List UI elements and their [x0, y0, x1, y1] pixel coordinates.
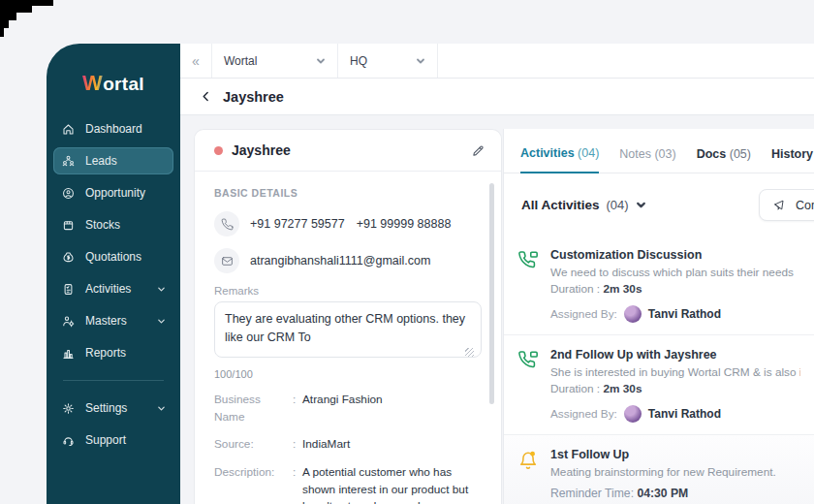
assigned-label: Assigned By:	[550, 307, 617, 321]
sidebar-item-masters[interactable]: Masters	[53, 307, 173, 334]
activity-description: We need to discuss which plan suits thei…	[550, 266, 800, 279]
contact-card-header: Jayshree	[195, 130, 501, 172]
sidebar-item-quotations[interactable]: Quotations	[53, 243, 173, 270]
meta-label: Reminder Time:	[550, 487, 634, 500]
activity-title: 1st Follow Up	[550, 448, 800, 461]
activity-description: She is interested in buying Wortal CRM &…	[550, 365, 800, 379]
activities-icon	[61, 282, 76, 297]
remarks-label: Remarks	[214, 285, 480, 297]
phone-secondary: +91 99999 88888	[357, 217, 452, 231]
edit-contact-button[interactable]	[471, 143, 485, 158]
logo-text: ortal	[103, 74, 144, 95]
field-label: Source:	[214, 436, 293, 454]
activity-meta: Reminder Time: 04:30 PM	[550, 487, 800, 500]
activity-title: 2nd Follow Up with Jayshree	[550, 348, 800, 362]
tab-label: Activities	[520, 146, 575, 160]
home-icon	[61, 122, 76, 137]
filter-label: All Activities	[521, 198, 600, 212]
topbar: « Wortal HQ	[180, 44, 814, 79]
logo-w: W	[82, 71, 103, 96]
activity-title: Customization Discussion	[550, 248, 800, 262]
quotations-icon	[61, 250, 76, 265]
assigned-label: Assigned By:	[550, 407, 617, 421]
reports-icon	[61, 346, 76, 361]
tab-docs[interactable]: Docs (05)	[697, 147, 751, 173]
sidebar-item-leads[interactable]: Leads	[53, 147, 173, 174]
sidebar-item-label: Masters	[85, 314, 127, 328]
field-label: Business Name	[214, 392, 293, 425]
tab-notes[interactable]: Notes (03)	[619, 147, 675, 173]
tab-count: (05)	[730, 147, 751, 161]
opportunity-icon	[61, 186, 76, 201]
back-button[interactable]	[200, 89, 215, 105]
chevron-down-icon	[157, 317, 166, 326]
lead-status-dot	[214, 146, 223, 155]
communication-button-label: Communication	[796, 199, 814, 212]
chevron-down-icon	[416, 56, 425, 66]
filter-count: (04)	[607, 198, 629, 212]
call-icon	[517, 350, 539, 371]
activity-panel: Activities (04) Notes (03) Docs (05) His…	[503, 129, 814, 504]
field-value: IndiaMart	[302, 436, 480, 454]
filter-row: All Activities (04) Communication	[504, 173, 814, 236]
field-separator: :	[293, 464, 302, 504]
sidebar-item-label: Settings	[85, 401, 127, 415]
sidebar-item-stocks[interactable]: Stocks	[53, 211, 173, 238]
chevron-down-icon	[636, 200, 646, 210]
chevron-left-icon	[200, 90, 212, 103]
sidebar-item-support[interactable]: Support	[53, 426, 173, 454]
sidebar-item-label: Activities	[85, 282, 131, 296]
branch-value: HQ	[350, 54, 367, 68]
pencil-icon	[471, 143, 485, 158]
sidebar-item-label: Leads	[85, 154, 117, 168]
sidebar-item-opportunity[interactable]: Opportunity	[53, 179, 173, 206]
tab-activities[interactable]: Activities (04)	[520, 146, 599, 173]
card-scrollbar[interactable]	[489, 183, 494, 404]
tab-label: Notes	[619, 147, 651, 161]
activity-item[interactable]: Customization Discussion We need to disc…	[504, 236, 814, 335]
field-value: A potential customer who has shown inter…	[302, 464, 480, 504]
meta-label: Duration :	[550, 382, 600, 395]
branch-select[interactable]: HQ	[338, 44, 438, 78]
stocks-icon	[61, 218, 76, 233]
activity-item[interactable]: 1st Follow Up Meating brainstorming for …	[504, 435, 814, 504]
contact-name: Jayshree	[232, 142, 291, 158]
field-label: Description:	[214, 464, 293, 504]
chevron-down-icon	[157, 404, 166, 413]
sidebar-item-activities[interactable]: Activities	[53, 275, 173, 302]
sidebar-item-dashboard[interactable]: Dashboard	[53, 115, 173, 142]
chevron-down-icon	[157, 285, 166, 294]
email-row: atrangibhanshali1111@gmail.com	[214, 248, 480, 273]
page-title: Jayshree	[223, 89, 284, 105]
communication-button[interactable]: Communication	[759, 189, 814, 221]
resize-handle[interactable]	[465, 348, 474, 357]
tab-history[interactable]: History (04)	[771, 147, 814, 173]
assignee-name: Tanvi Rathod	[648, 407, 721, 421]
meta-label: Duration :	[550, 282, 600, 296]
field-value: Atrangi Fashion	[302, 392, 480, 425]
basic-details-heading: BASIC DETAILS	[214, 187, 480, 199]
sidebar-item-settings[interactable]: Settings	[53, 394, 173, 422]
sidebar-item-label: Quotations	[85, 250, 141, 264]
headset-icon	[61, 433, 76, 448]
sidebar-item-label: Reports	[85, 346, 126, 360]
collapse-sidebar-button[interactable]: «	[180, 44, 212, 78]
workspace-select[interactable]: Wortal	[212, 44, 338, 78]
activity-item[interactable]: 2nd Follow Up with Jayshree She is inter…	[504, 335, 814, 435]
envelope-icon	[214, 248, 239, 273]
gear-icon	[61, 401, 76, 416]
page-header: Jayshree	[180, 79, 814, 115]
sidebar: Wortal Dashboard Leads Opportunity Stock…	[47, 44, 180, 504]
leads-icon	[61, 154, 76, 169]
chevron-down-icon	[316, 56, 326, 66]
all-activities-dropdown[interactable]: All Activities (04)	[521, 198, 646, 212]
tab-bar: Activities (04) Notes (03) Docs (05) His…	[504, 129, 814, 173]
field-description: Description: : A potential customer who …	[214, 464, 480, 504]
tab-label: Docs	[697, 147, 727, 161]
double-chevron-left-icon: «	[192, 53, 200, 69]
remarks-textarea[interactable]: They are evaluating other CRM options. t…	[214, 301, 482, 358]
phone-icon	[214, 211, 239, 236]
tab-label: History	[771, 147, 813, 161]
meta-value: 04:30 PM	[637, 487, 688, 500]
sidebar-item-reports[interactable]: Reports	[53, 339, 173, 366]
